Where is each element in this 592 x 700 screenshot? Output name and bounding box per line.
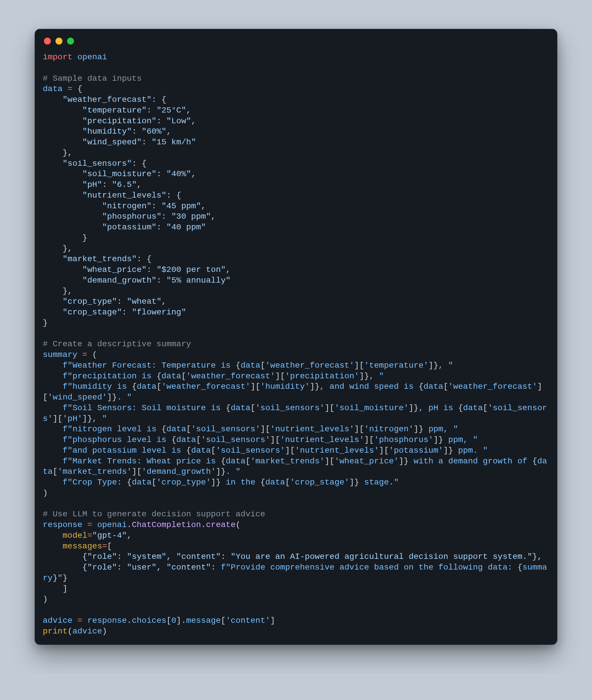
code-block: import openai # Sample data inputs data …	[43, 52, 549, 637]
comment: # Create a descriptive summary	[43, 339, 191, 349]
comment: # Sample data inputs	[43, 74, 142, 83]
var-summary: summary	[43, 350, 78, 360]
var-advice: advice	[43, 616, 72, 625]
maximize-icon[interactable]	[67, 38, 74, 45]
var-data: data	[43, 84, 62, 94]
keyword-import: import	[43, 52, 72, 62]
code-window: import openai # Sample data inputs data …	[35, 29, 557, 645]
module-openai: openai	[78, 52, 107, 62]
window-titlebar	[43, 36, 549, 52]
minimize-icon[interactable]	[55, 38, 62, 45]
close-icon[interactable]	[44, 38, 51, 45]
var-response: response	[43, 520, 82, 530]
builtin-print: print	[43, 626, 68, 636]
comment: # Use LLM to generate decision support a…	[43, 509, 265, 519]
